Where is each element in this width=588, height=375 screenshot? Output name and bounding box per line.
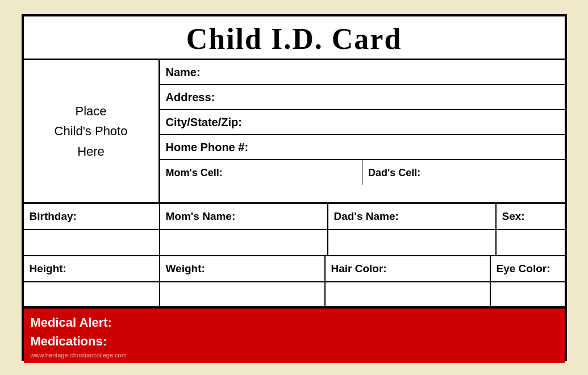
- birthday-value[interactable]: [24, 230, 160, 256]
- hair-color-value[interactable]: [326, 282, 491, 307]
- address-label: Address:: [160, 85, 221, 109]
- height-label: Height:: [24, 256, 160, 282]
- weight-value[interactable]: [160, 282, 326, 307]
- home-phone-row: Home Phone #:: [160, 135, 565, 160]
- sex-label: Sex:: [497, 204, 565, 230]
- sex-value[interactable]: [497, 230, 565, 256]
- header-row-1: Birthday: Mom's Name: Dad's Name: Sex:: [24, 204, 565, 230]
- moms-name-label: Mom's Name:: [160, 204, 328, 230]
- address-value[interactable]: [220, 85, 564, 109]
- eye-color-value[interactable]: [491, 282, 565, 307]
- dads-name-value[interactable]: [328, 230, 497, 256]
- fields-section: Name: Address: City/State/Zip: Home Phon…: [160, 60, 565, 202]
- city-state-zip-label: City/State/Zip:: [160, 110, 248, 134]
- home-phone-label: Home Phone #:: [160, 135, 255, 159]
- name-value[interactable]: [206, 60, 565, 84]
- page-wrapper: Child I.D. Card PlaceChild's PhotoHere N…: [0, 0, 588, 375]
- card-title: Child I.D. Card: [24, 16, 565, 60]
- name-label: Name:: [160, 60, 206, 84]
- dads-cell-label: Dad's Cell:: [362, 160, 565, 185]
- medical-section: Medical Alert: Medications: www.heritage…: [24, 309, 565, 363]
- city-state-zip-row: City/State/Zip:: [160, 110, 565, 135]
- hair-color-label: Hair Color:: [326, 256, 491, 282]
- header-row-2: Height: Weight: Hair Color: Eye Color:: [24, 256, 565, 282]
- watermark-text: www.heritage-christiancollege.com: [31, 352, 558, 359]
- eye-color-label: Eye Color:: [491, 256, 565, 282]
- city-state-zip-value[interactable]: [248, 110, 565, 134]
- moms-cell-label: Mom's Cell:: [160, 160, 363, 185]
- medications-label: Medications:: [31, 332, 558, 351]
- top-section: PlaceChild's PhotoHere Name: Address: Ci…: [24, 60, 565, 204]
- dads-name-label: Dad's Name:: [328, 204, 497, 230]
- value-row-2: [24, 282, 565, 309]
- medical-alert-label: Medical Alert:: [31, 313, 558, 332]
- name-row: Name:: [160, 60, 565, 85]
- birthday-label: Birthday:: [24, 204, 160, 230]
- address-row: Address:: [160, 85, 565, 110]
- cell-row: Mom's Cell: Dad's Cell:: [160, 160, 565, 185]
- home-phone-value[interactable]: [254, 135, 564, 159]
- photo-placeholder: PlaceChild's PhotoHere: [24, 60, 160, 202]
- height-value[interactable]: [24, 282, 160, 307]
- weight-label: Weight:: [160, 256, 326, 282]
- id-card: Child I.D. Card PlaceChild's PhotoHere N…: [22, 14, 567, 361]
- value-row-1: [24, 230, 565, 256]
- moms-name-value[interactable]: [160, 230, 328, 256]
